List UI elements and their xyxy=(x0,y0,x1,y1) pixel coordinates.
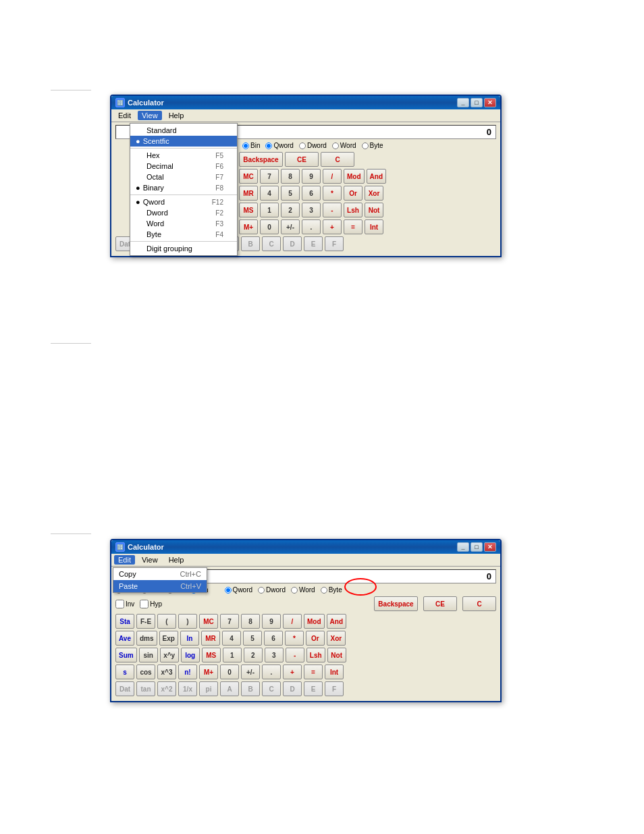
edit-copy[interactable]: Copy Ctrl+C xyxy=(113,568,207,580)
minimize-button-2[interactable]: _ xyxy=(457,542,469,552)
radio-qword-input-2[interactable] xyxy=(225,587,232,594)
six-btn-2[interactable]: 6 xyxy=(264,631,283,646)
eight-btn-2[interactable]: 8 xyxy=(241,614,260,629)
nine-btn-1[interactable]: 9 xyxy=(302,169,321,184)
menu-help-2[interactable]: Help xyxy=(165,555,188,565)
seven-btn-1[interactable]: 7 xyxy=(260,169,279,184)
radio-word-2[interactable]: Word xyxy=(291,586,315,594)
f-btn-2[interactable]: F xyxy=(325,681,344,696)
menu-standard[interactable]: Standard xyxy=(130,125,237,136)
four-btn-2[interactable]: 4 xyxy=(222,631,241,646)
radio-word-input-1[interactable] xyxy=(332,142,339,149)
lsh-btn-2[interactable]: Lsh xyxy=(306,648,325,662)
radio-dword-input-2[interactable] xyxy=(258,587,265,594)
d-btn-1[interactable]: D xyxy=(283,236,302,251)
menu-binary[interactable]: ● Binary F8 xyxy=(130,182,237,193)
menu-qword[interactable]: ● Qword F12 xyxy=(130,197,237,207)
menu-view-2[interactable]: View xyxy=(138,555,162,565)
radio-dword-input-1[interactable] xyxy=(299,142,306,149)
b-btn-2[interactable]: B xyxy=(241,681,260,696)
menu-decimal[interactable]: Decimal F6 xyxy=(130,161,237,172)
xy-btn-2[interactable]: x^y xyxy=(160,648,179,662)
sin-btn-2[interactable]: sin xyxy=(139,648,158,662)
sum-btn-2[interactable]: Sum xyxy=(115,648,137,662)
menu-byte[interactable]: Byte F4 xyxy=(130,229,237,240)
three-btn-1[interactable]: 3 xyxy=(302,203,321,217)
exp-btn-2[interactable]: Exp xyxy=(159,631,178,646)
radio-qword-input-1[interactable] xyxy=(265,142,272,149)
six-btn-1[interactable]: 6 xyxy=(302,186,321,201)
e-btn-1[interactable]: E xyxy=(304,236,323,251)
menu-word[interactable]: Word F3 xyxy=(130,218,237,229)
zero-btn-2[interactable]: 0 xyxy=(220,664,239,679)
one-btn-1[interactable]: 1 xyxy=(260,203,279,217)
xcube-btn-2[interactable]: x^3 xyxy=(157,664,176,679)
edit-paste[interactable]: Paste Ctrl+V xyxy=(113,580,207,592)
cos-btn-2[interactable]: cos xyxy=(136,664,155,679)
one-btn-2[interactable]: 1 xyxy=(223,648,242,662)
sub-btn-1[interactable]: - xyxy=(323,203,342,217)
two-btn-1[interactable]: 2 xyxy=(281,203,300,217)
minimize-button-1[interactable]: _ xyxy=(457,98,469,107)
b-btn-1[interactable]: B xyxy=(241,236,260,251)
lp-btn-2[interactable]: ( xyxy=(157,614,176,629)
mul-btn-1[interactable]: * xyxy=(323,186,342,201)
not-btn-2[interactable]: Not xyxy=(327,648,346,662)
radio-dword-2[interactable]: Dword xyxy=(258,586,286,594)
not-btn-1[interactable]: Not xyxy=(365,203,383,217)
fe-btn-2[interactable]: F-E xyxy=(136,614,155,629)
radio-bin-input-1[interactable] xyxy=(242,142,249,149)
s-btn-2[interactable]: s xyxy=(115,664,134,679)
dot-btn-2[interactable]: . xyxy=(262,664,281,679)
mr-btn-1[interactable]: MR xyxy=(239,186,258,201)
eight-btn-1[interactable]: 8 xyxy=(281,169,300,184)
radio-qword-1[interactable]: Qword xyxy=(265,142,293,149)
mplus-btn-1[interactable]: M+ xyxy=(239,219,258,234)
radio-qword-2[interactable]: Qword xyxy=(225,586,252,594)
int-btn-1[interactable]: Int xyxy=(365,219,383,234)
backspace-btn-1[interactable]: Backspace xyxy=(239,152,283,167)
four-btn-1[interactable]: 4 xyxy=(260,186,279,201)
and-btn-1[interactable]: And xyxy=(367,169,386,184)
div-btn-1[interactable]: / xyxy=(323,169,342,184)
radio-word-1[interactable]: Word xyxy=(332,142,356,149)
zero-btn-1[interactable]: 0 xyxy=(260,219,279,234)
seven-btn-2[interactable]: 7 xyxy=(220,614,239,629)
five-btn-2[interactable]: 5 xyxy=(243,631,262,646)
check-inv-2[interactable]: Inv xyxy=(115,600,134,608)
radio-word-input-2[interactable] xyxy=(291,587,298,594)
menu-digit-grouping[interactable]: Digit grouping xyxy=(130,243,237,254)
eq-btn-2[interactable]: = xyxy=(304,664,323,679)
dat-btn-2[interactable]: Dat xyxy=(115,681,134,696)
menu-view-1[interactable]: View xyxy=(138,111,162,120)
mod-btn-2[interactable]: Mod xyxy=(304,614,325,629)
plusminus-btn-2[interactable]: +/- xyxy=(241,664,260,679)
backspace-btn-2[interactable]: Backspace xyxy=(374,596,418,611)
xsq-btn-2[interactable]: x^2 xyxy=(157,681,176,696)
mr-btn-2[interactable]: MR xyxy=(201,631,220,646)
dot-btn-1[interactable]: . xyxy=(302,219,321,234)
radio-byte-2[interactable]: Byte xyxy=(321,586,342,594)
lsh-btn-1[interactable]: Lsh xyxy=(344,203,363,217)
two-btn-2[interactable]: 2 xyxy=(244,648,263,662)
a-btn-2[interactable]: A xyxy=(220,681,239,696)
add-btn-1[interactable]: + xyxy=(323,219,342,234)
mc-btn-2[interactable]: MC xyxy=(199,614,218,629)
maximize-button-2[interactable]: □ xyxy=(471,542,483,552)
radio-dword-1[interactable]: Dword xyxy=(299,142,327,149)
check-hyp-input-2[interactable] xyxy=(140,600,149,608)
menu-edit-1[interactable]: Edit xyxy=(114,111,135,120)
pi-btn-2[interactable]: pi xyxy=(199,681,218,696)
and-btn-2[interactable]: And xyxy=(327,614,346,629)
c-hex-btn-1[interactable]: C xyxy=(262,236,281,251)
radio-byte-input-2[interactable] xyxy=(321,587,327,594)
maximize-button-1[interactable]: □ xyxy=(471,98,483,107)
check-inv-input-2[interactable] xyxy=(115,600,124,608)
mul-btn-2[interactable]: * xyxy=(285,631,304,646)
five-btn-1[interactable]: 5 xyxy=(281,186,300,201)
menu-help-1[interactable]: Help xyxy=(165,111,188,120)
radio-byte-input-1[interactable] xyxy=(362,142,369,149)
mplus-btn-2[interactable]: M+ xyxy=(199,664,218,679)
menu-scentfic[interactable]: ● Scentfic xyxy=(130,136,237,147)
three-btn-2[interactable]: 3 xyxy=(265,648,284,662)
